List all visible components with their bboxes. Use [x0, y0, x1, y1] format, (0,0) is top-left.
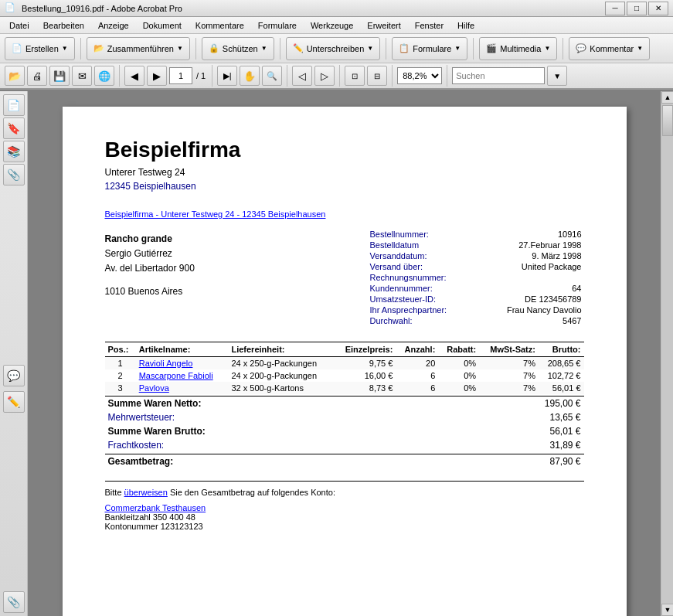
gesamtbetrag-label: Gesamtbetrag:	[108, 456, 535, 467]
items-table: Pos.: Artikelname: Liefereinheit: Einzel…	[105, 342, 584, 394]
browser-button[interactable]: 🌐	[94, 66, 114, 86]
footer-intro: Bitte überweisen Sie den Gesamtbetrag au…	[105, 488, 584, 497]
sidebar-pages-button[interactable]: 📄	[3, 94, 25, 116]
zusammenfuehren-arrow: ▼	[177, 45, 183, 52]
footer-konto: Kontonummer 123123123	[105, 522, 584, 531]
brutto-label: Summe Waren Brutto:	[108, 426, 535, 437]
multimedia-button[interactable]: 🎬 Multimedia ▼	[479, 37, 557, 60]
bank-link[interactable]: Commerzbank Testhausen	[105, 503, 206, 512]
unterschreiben-button[interactable]: ✏️ Unterschreiben ▼	[286, 37, 381, 60]
title-bar: 📄 Bestellung_10916.pdf - Adobe Acrobat P…	[0, 0, 673, 17]
zusammenfuehren-label: Zusammenführen	[107, 44, 174, 53]
fit-width-button[interactable]: ⊟	[367, 66, 387, 86]
cell-pos: 2	[105, 369, 136, 382]
sender-link[interactable]: Beispielfirma - Unterer Testweg 24 - 123…	[105, 209, 584, 220]
menu-werkzeuge[interactable]: Werkzeuge	[304, 19, 359, 32]
scroll-up-button[interactable]: ▲	[661, 91, 673, 104]
close-button[interactable]: ✕	[648, 2, 668, 15]
erstellen-label: Erstellen	[25, 44, 59, 53]
scroll-thumb[interactable]	[662, 105, 673, 136]
formulare-icon: 📋	[399, 43, 410, 53]
order-info-table: Bestellnummer: 10916 Bestelldatum 27.Feb…	[368, 229, 584, 326]
cell-liefereinheit: 24 x 200-g-Packungen	[228, 369, 334, 382]
maximize-button[interactable]: □	[627, 2, 647, 15]
sidebar-attachments-button[interactable]: 📎	[3, 164, 25, 185]
versand-label: Versand über:	[368, 261, 478, 272]
scroll-track[interactable]	[661, 104, 673, 604]
umsatzsteuer-value: DE 123456789	[478, 294, 584, 305]
durchwahl-value: 5467	[478, 315, 584, 326]
cell-artikel[interactable]: Ravioli Angelo	[136, 357, 229, 370]
menu-formulare[interactable]: Formulare	[252, 19, 303, 32]
search-input[interactable]	[452, 67, 545, 84]
sidebar-layers-button[interactable]: 📚	[3, 141, 25, 162]
scroll-down-button[interactable]: ▼	[661, 604, 673, 616]
sidebar-comments-button[interactable]: 💬	[3, 365, 25, 386]
col-rabatt: Rabatt:	[438, 342, 479, 357]
schuetzen-button[interactable]: 🔒 Schützen ▼	[202, 37, 274, 60]
window-controls: ─ □ ✕	[605, 2, 668, 15]
mwst-value: 13,65 €	[535, 412, 581, 423]
menu-hilfe[interactable]: Hilfe	[451, 19, 481, 32]
window-title: Bestellung_10916.pdf - Adobe Acrobat Pro	[22, 4, 605, 13]
nav-toolbar: 📂 🖨 💾 ✉ 🌐 ◀ ▶ / 1 ▶| ✋ 🔍 ◁ ▷ ⊡ ⊟ 88,2% 5…	[0, 63, 673, 90]
zusammenfuehren-button[interactable]: 📂 Zusammenführen ▼	[87, 37, 190, 60]
vertical-scrollbar[interactable]: ▲ ▼	[661, 91, 673, 616]
sidebar-bookmarks-button[interactable]: 🔖	[3, 117, 25, 139]
open-file-button[interactable]: 📂	[5, 66, 25, 86]
save-button[interactable]: 💾	[49, 66, 70, 86]
info-row-umsatzsteuer: Umsatzsteuer-ID: DE 123456789	[368, 294, 584, 305]
cell-rabatt: 0%	[438, 382, 479, 394]
kommentar-button[interactable]: 💬 Kommentar ▼	[569, 37, 650, 60]
menu-kommentare[interactable]: Kommentare	[189, 19, 250, 32]
info-row-versand: Versand über: United Package	[368, 261, 584, 272]
cell-liefereinheit: 24 x 250-g-Packungen	[228, 357, 334, 370]
recipient-info: Rancho grande Sergio Gutiérrez Av. del L…	[105, 232, 368, 299]
menu-datei[interactable]: Datei	[3, 19, 36, 32]
email-button[interactable]: ✉	[72, 66, 92, 86]
menu-dokument[interactable]: Dokument	[137, 19, 188, 32]
erstellen-icon: 📄	[12, 43, 22, 53]
page-input[interactable]	[169, 67, 192, 84]
formulare-button[interactable]: 📋 Formulare ▼	[392, 37, 467, 60]
minimize-button[interactable]: ─	[605, 2, 625, 15]
zoom-out-btn[interactable]: ◁	[292, 66, 312, 86]
hand-tool-button[interactable]: ✋	[240, 66, 260, 86]
sidebar-clip-button[interactable]: 📎	[3, 591, 25, 613]
print-button[interactable]: 🖨	[27, 66, 47, 86]
versand-value: United Package	[478, 261, 584, 272]
cell-brutto: 102,72 €	[539, 369, 584, 382]
erstellen-button[interactable]: 📄 Erstellen ▼	[5, 37, 75, 60]
recipient-street: Av. del Libertador 900	[105, 261, 368, 276]
zoom-select[interactable]: 88,2% 50% 75% 100% 125% 150%	[397, 67, 442, 84]
info-row-kundennummer: Kundennummer: 64	[368, 283, 584, 294]
nav-sep5	[392, 65, 393, 87]
search-button[interactable]: ▼	[547, 66, 567, 86]
kundennummer-value: 64	[478, 283, 584, 294]
fit-page-button[interactable]: ⊡	[345, 66, 365, 86]
cell-einzelpreis: 16,00 €	[334, 369, 396, 382]
nav-sep1	[119, 65, 120, 87]
menu-anzeige[interactable]: Anzeige	[92, 19, 135, 32]
cell-artikel[interactable]: Pavlova	[136, 382, 229, 394]
menu-erweitert[interactable]: Erweitert	[361, 19, 406, 32]
prev-page-button[interactable]: ◀	[124, 66, 144, 86]
info-row-ansprechpartner: Ihr Ansprechpartner: Frau Nancy Davolio	[368, 305, 584, 315]
footer-intro-link[interactable]: überweisen	[124, 488, 168, 497]
sidebar-edit-button[interactable]: ✏️	[3, 391, 25, 413]
sender-link-text[interactable]: Beispielfirma - Unterer Testweg 24 - 123…	[105, 209, 326, 219]
versanddatum-value: 9. März 1998	[478, 250, 584, 261]
cell-einzelpreis: 8,73 €	[334, 382, 396, 394]
multimedia-icon: 🎬	[486, 43, 497, 53]
bestelldatum-label: Bestelldatum	[368, 240, 478, 250]
cell-artikel[interactable]: Mascarpone Fabioli	[136, 369, 229, 382]
items-section: Pos.: Artikelname: Liefereinheit: Einzel…	[105, 342, 584, 468]
zoom-in-btn[interactable]: ▷	[314, 66, 335, 86]
footer-section: Bitte überweisen Sie den Gesamtbetrag au…	[105, 481, 584, 531]
menu-bearbeiten[interactable]: Bearbeiten	[37, 19, 90, 32]
next-page-button[interactable]: ▶	[147, 66, 167, 86]
menu-fenster[interactable]: Fenster	[409, 19, 450, 32]
info-row-versanddatum: Versanddatum: 9. März 1998	[368, 250, 584, 261]
zoom-in-button[interactable]: 🔍	[262, 66, 282, 86]
select-tool-button[interactable]: ▶|	[217, 66, 237, 86]
